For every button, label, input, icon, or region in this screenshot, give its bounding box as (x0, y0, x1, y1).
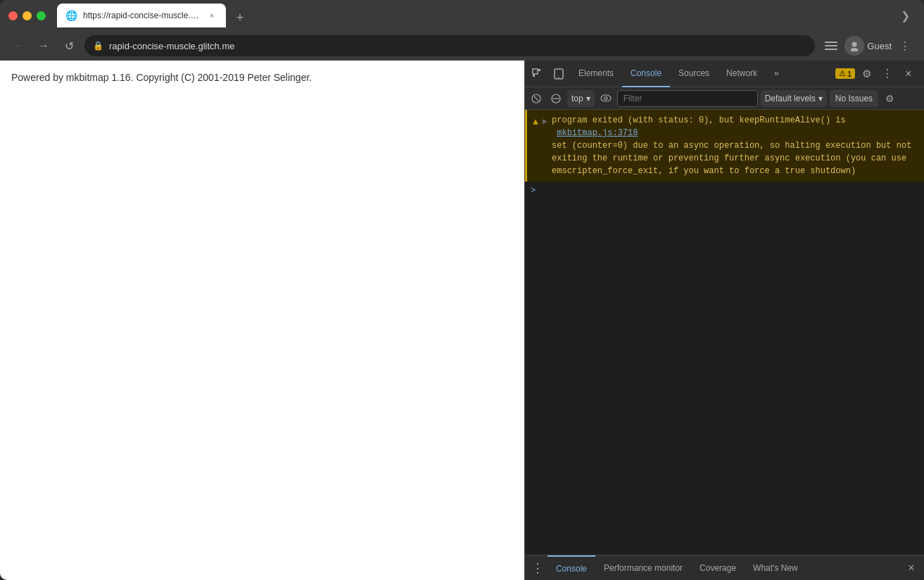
console-settings-button[interactable]: ⚙ (881, 90, 898, 107)
warning-text-line3: exiting the runtime or preventing furthe… (552, 153, 906, 163)
tab-console[interactable]: Console (622, 61, 670, 87)
bottom-tab-coverage[interactable]: Coverage (691, 555, 745, 581)
console-filter-input[interactable] (617, 90, 758, 107)
svg-point-14 (601, 95, 611, 101)
tab-favicon: 🌐 (65, 10, 77, 21)
user-avatar (844, 36, 864, 56)
bottom-bar-close-button[interactable]: × (901, 558, 921, 578)
tab-title: https://rapid-concise-muscle.g... (83, 11, 201, 20)
eye-button[interactable] (597, 90, 614, 107)
svg-point-4 (851, 48, 859, 51)
context-selector[interactable]: top ▾ (567, 90, 595, 107)
inspect-element-button[interactable] (528, 64, 548, 84)
back-button[interactable]: ← (8, 36, 28, 56)
devtools-tabs: Elements Console Sources Network » (570, 61, 834, 87)
nav-bar: ← → ↺ 🔒 rapid-concise-muscle.glitch.me (0, 31, 924, 61)
console-warning-row: ▲ ▶ program exited (with status: 0), but… (525, 110, 924, 182)
levels-chevron: ▾ (818, 94, 823, 103)
customize-button[interactable] (821, 35, 842, 56)
svg-rect-1 (825, 45, 837, 46)
warning-badge[interactable]: ⚠ 1 (835, 68, 855, 79)
settings-gear-icon: ⚙ (862, 68, 871, 80)
prompt-arrow-icon: > (531, 186, 536, 196)
context-chevron: ▾ (586, 94, 590, 103)
bottom-tab-performance-monitor[interactable]: Performance monitor (595, 555, 691, 581)
warning-count: 1 (847, 70, 852, 78)
forward-button[interactable]: → (34, 36, 53, 56)
console-prompt-row[interactable]: > (525, 182, 924, 200)
maximize-button[interactable] (37, 11, 46, 20)
bottom-bar-close-icon: × (908, 562, 914, 574)
svg-point-3 (852, 42, 857, 47)
svg-point-9 (558, 77, 559, 78)
address-bar[interactable]: 🔒 rapid-concise-muscle.glitch.me (84, 35, 815, 56)
address-text: rapid-concise-muscle.glitch.me (109, 41, 234, 51)
tab-more[interactable]: » (766, 61, 787, 87)
bottom-tab-console[interactable]: Console (548, 555, 595, 581)
tab-sources[interactable]: Sources (670, 61, 718, 87)
svg-point-15 (605, 97, 607, 100)
warning-text-content: program exited (with status: 0), but kee… (552, 114, 918, 177)
devtools-settings-button[interactable]: ⚙ (856, 64, 876, 84)
title-bar-right: ❯ (901, 9, 916, 23)
close-devtools-icon: × (905, 68, 911, 80)
warning-source-link[interactable]: mkbitmap.js:3718 (557, 128, 638, 138)
lock-icon: 🔒 (93, 41, 103, 51)
svg-rect-5 (533, 69, 538, 74)
main-area: Powered by mkbitmap 1.16. Copyright (C) … (0, 61, 924, 580)
webpage-content: Powered by mkbitmap 1.16. Copyright (C) … (0, 61, 524, 580)
more-vertical-icon: ⋮ (882, 67, 893, 80)
traffic-lights (8, 11, 46, 20)
devtools-bottom-bar: ⋮ Console Performance monitor Coverage W… (525, 555, 924, 580)
device-toolbar-button[interactable] (549, 64, 569, 84)
tab-bar: 🌐 https://rapid-concise-muscle.g... × + (51, 4, 895, 27)
warning-triangle-icon: ▲ (533, 115, 538, 130)
title-bar: 🌐 https://rapid-concise-muscle.g... × + … (0, 0, 924, 31)
expand-icon[interactable]: ❯ (901, 9, 910, 23)
page-copyright-text: Powered by mkbitmap 1.16. Copyright (C) … (11, 72, 513, 83)
devtools-toolbar: Elements Console Sources Network » (525, 61, 924, 87)
tab-close-button[interactable]: × (206, 10, 217, 21)
user-area[interactable]: Guest (844, 36, 892, 56)
warning-text-line4: emscripten_force_exit, if you want to fo… (552, 166, 856, 176)
svg-rect-6 (533, 75, 535, 77)
svg-rect-7 (538, 69, 540, 71)
svg-rect-0 (825, 42, 837, 43)
more-button[interactable]: ⋮ (894, 35, 916, 56)
devtools-toolbar-right: ⚠ 1 ⚙ ⋮ × (835, 64, 921, 84)
devtools-console-output: ▲ ▶ program exited (with status: 0), but… (525, 110, 924, 555)
devtools-close-button[interactable]: × (899, 64, 918, 84)
no-issues-button[interactable]: No Issues (830, 90, 878, 107)
new-tab-button[interactable]: + (230, 8, 250, 27)
console-settings-icon: ⚙ (885, 93, 894, 104)
warning-icon: ⚠ (839, 69, 846, 78)
devtools-panel: Elements Console Sources Network » (524, 61, 924, 580)
devtools-console-toolbar: top ▾ Default levels ▾ No Issues (525, 87, 924, 110)
reload-button[interactable]: ↺ (59, 36, 79, 56)
levels-label: Default levels (765, 94, 816, 103)
user-label: Guest (867, 41, 892, 51)
clear-console-button[interactable] (528, 90, 545, 107)
tab-elements[interactable]: Elements (570, 61, 622, 87)
context-label: top (571, 94, 583, 103)
bottom-bar-menu-button[interactable]: ⋮ (528, 558, 548, 578)
expand-arrow-icon[interactable]: ▶ (543, 115, 548, 128)
block-icon-button[interactable] (548, 90, 564, 107)
svg-rect-2 (825, 49, 837, 50)
browser-tab[interactable]: 🌐 https://rapid-concise-muscle.g... × (57, 4, 226, 27)
warning-text-line2: set (counter=0) due to an async operatio… (552, 141, 911, 151)
nav-actions: Guest ⋮ (821, 35, 916, 56)
tab-network[interactable]: Network (718, 61, 766, 87)
svg-line-11 (534, 96, 538, 101)
close-button[interactable] (8, 11, 18, 20)
levels-selector[interactable]: Default levels ▾ (761, 90, 827, 107)
browser-window: 🌐 https://rapid-concise-muscle.g... × + … (0, 0, 924, 580)
minimize-button[interactable] (23, 11, 32, 20)
devtools-more-button[interactable]: ⋮ (878, 64, 897, 84)
bottom-tab-whats-new[interactable]: What's New (745, 555, 806, 581)
